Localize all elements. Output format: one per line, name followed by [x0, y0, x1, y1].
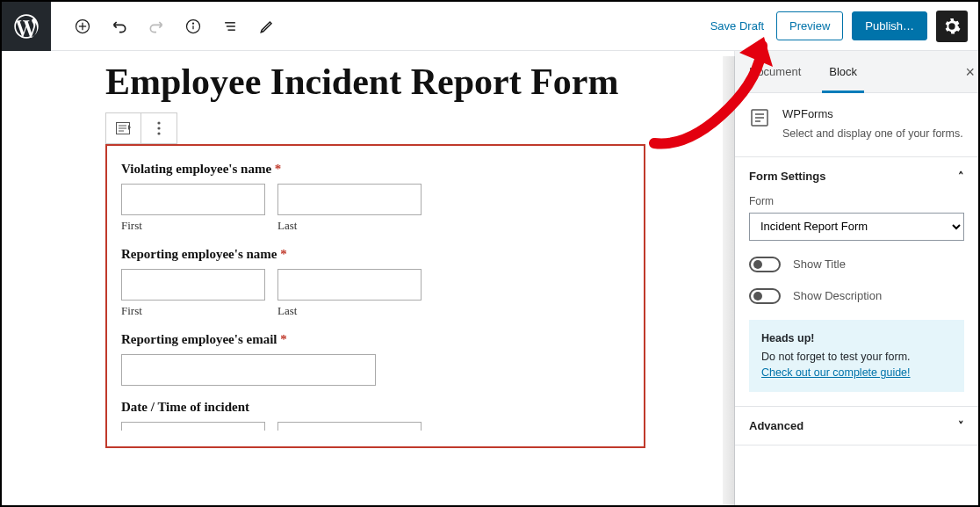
notice-text: Do not forget to test your form.: [761, 351, 911, 363]
block-more-button[interactable]: [141, 113, 177, 143]
form-icon: [116, 122, 132, 134]
toolbar-right: Save Draft Preview Publish…: [707, 11, 978, 42]
gear-icon: [942, 17, 962, 36]
svg-point-13: [157, 122, 160, 125]
toggle-label: Show Description: [793, 289, 882, 302]
wordpress-icon: [14, 14, 39, 39]
svg-point-5: [193, 23, 194, 24]
first-name-input[interactable]: [121, 184, 265, 215]
last-name-input[interactable]: [277, 184, 422, 215]
toggle-show-title: Show Title: [749, 257, 964, 272]
settings-sidebar: Document Block × WPForms Select and disp…: [734, 51, 978, 505]
block-title: WPForms: [782, 107, 963, 120]
close-icon[interactable]: ×: [965, 63, 975, 82]
field-reporting-name: Reporting employee's name * First Last: [121, 247, 630, 318]
save-draft-button[interactable]: Save Draft: [707, 12, 767, 40]
redo-button[interactable]: [141, 11, 172, 42]
outline-button[interactable]: [214, 11, 246, 42]
undo-button[interactable]: [104, 11, 135, 42]
editor-canvas[interactable]: Employee Incident Report Form Violating …: [2, 51, 734, 505]
panel-header[interactable]: Form Settings ˄: [735, 157, 978, 195]
field-reporting-email: Reporting employee's email *: [121, 332, 630, 386]
top-toolbar: Save Draft Preview Publish…: [2, 2, 978, 51]
sublabel-first: First: [121, 304, 265, 318]
notice-link[interactable]: Check out our complete guide!: [761, 366, 911, 379]
scrollbar[interactable]: [723, 56, 735, 505]
tab-block[interactable]: Block: [815, 51, 871, 92]
sublabel-last: Last: [277, 304, 422, 318]
field-label: Reporting employee's name *: [121, 247, 630, 262]
toggle-show-description: Show Description: [749, 288, 964, 304]
form-select[interactable]: Incident Report Form: [749, 213, 964, 241]
pencil-icon: [258, 18, 276, 35]
toggle-switch[interactable]: [749, 257, 781, 272]
undo-icon: [111, 18, 128, 35]
svg-point-15: [157, 133, 160, 135]
form-icon: [749, 107, 770, 128]
tab-document[interactable]: Document: [735, 51, 815, 92]
form-select-label: Form: [749, 195, 964, 207]
date-input[interactable]: [121, 422, 265, 431]
redo-icon: [148, 18, 165, 35]
field-label: Date / Time of incident: [121, 400, 630, 415]
info-button[interactable]: [177, 11, 209, 42]
settings-button[interactable]: [936, 11, 968, 42]
required-mark: *: [275, 162, 282, 176]
sidebar-tabs: Document Block ×: [735, 51, 978, 93]
add-block-button[interactable]: [67, 11, 98, 42]
sublabel-last: Last: [277, 219, 422, 233]
block-description: Select and display one of your forms.: [782, 126, 963, 142]
chevron-down-icon: ˅: [958, 419, 964, 432]
wordpress-logo[interactable]: [2, 2, 51, 51]
publish-button[interactable]: Publish…: [852, 11, 927, 40]
info-icon: [184, 18, 202, 35]
plus-circle-icon: [74, 18, 91, 35]
required-mark: *: [280, 332, 287, 346]
outline-icon: [221, 18, 239, 35]
email-input[interactable]: [121, 354, 376, 386]
time-input[interactable]: [277, 422, 422, 431]
field-label: Reporting employee's email *: [121, 332, 630, 347]
preview-button[interactable]: Preview: [776, 11, 843, 40]
notice-heading: Heads up!: [761, 330, 952, 347]
block-type-button[interactable]: [106, 113, 141, 143]
page-title[interactable]: Employee Incident Report Form: [105, 60, 734, 104]
notice-box: Heads up! Do not forget to test your for…: [749, 320, 964, 392]
form-preview-block[interactable]: Violating employee's name * First Last R…: [105, 144, 645, 448]
field-violating-name: Violating employee's name * First Last: [121, 162, 630, 233]
main-area: Employee Incident Report Form Violating …: [2, 51, 978, 505]
more-vertical-icon: [157, 121, 161, 135]
toggle-switch[interactable]: [749, 288, 781, 304]
first-name-input[interactable]: [121, 269, 265, 301]
edit-button[interactable]: [251, 11, 283, 42]
chevron-up-icon: ˄: [958, 170, 964, 183]
block-toolbar: [105, 112, 177, 144]
field-label: Violating employee's name *: [121, 162, 630, 177]
panel-header[interactable]: Advanced ˅: [735, 407, 978, 445]
panel-form-settings: Form Settings ˄ Form Incident Report For…: [735, 157, 978, 407]
block-info: WPForms Select and display one of your f…: [735, 93, 978, 157]
sublabel-first: First: [121, 219, 265, 233]
toggle-label: Show Title: [793, 257, 846, 271]
toolbar-left: [51, 11, 283, 42]
panel-advanced: Advanced ˅: [735, 407, 978, 445]
last-name-input[interactable]: [277, 269, 422, 301]
required-mark: *: [280, 247, 287, 261]
svg-point-14: [157, 127, 160, 130]
field-datetime: Date / Time of incident: [121, 400, 630, 431]
